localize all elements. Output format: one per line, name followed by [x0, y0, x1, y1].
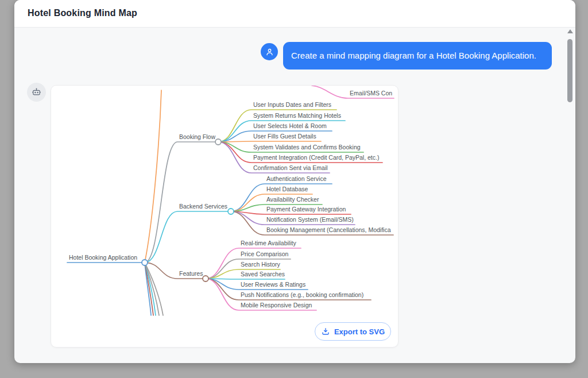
- mindmap-node-label: System Validates and Confirms Booking: [253, 144, 361, 151]
- scrollbar: [567, 28, 574, 360]
- branch-link: [145, 142, 218, 263]
- node-circle[interactable]: [228, 209, 234, 214]
- app-window: Hotel Booking Mind Map Create a mind map…: [14, 0, 575, 363]
- mindmap-node-label: Notification System (Email/SMS): [266, 216, 354, 223]
- scrollbar-thumb[interactable]: [567, 39, 572, 102]
- mindmap-node-label: Saved Searches: [241, 271, 285, 277]
- mindmap-node-label: Booking Management (Cancellations, Modif…: [266, 226, 391, 233]
- mindmap-node-label: Price Comparison: [241, 250, 289, 257]
- mindmap-node-label: Real-time Availability: [241, 240, 296, 246]
- mindmap-node-label: User Reviews & Ratings: [241, 281, 305, 288]
- node-circle[interactable]: [142, 260, 148, 265]
- clipped-branch-link: [145, 90, 161, 263]
- mindmap-node-label: User Inputs Dates and Filters: [253, 101, 331, 108]
- mindmap-node-label: Payment Gateway Integration: [266, 206, 346, 213]
- mindmap-node-label: Confirmation Sent via Email: [253, 164, 328, 171]
- mindmap-node-label: Mobile Responsive Design: [241, 302, 312, 308]
- download-icon: [321, 327, 330, 336]
- export-svg-label: Export to SVG: [334, 327, 385, 336]
- mindmap-node-label: Features: [179, 270, 203, 277]
- mindmap-node-label: Email/SMS Con: [350, 90, 392, 97]
- export-svg-button[interactable]: Export to SVG: [315, 322, 391, 341]
- user-avatar: [261, 43, 278, 60]
- mindmap-node-label: Payment Integration (Credit Card, PayPal…: [253, 154, 379, 161]
- branch-link: [145, 211, 231, 263]
- mindmap-card: Hotel Booking ApplicationBooking FlowUse…: [51, 85, 399, 348]
- node-circle[interactable]: [215, 139, 221, 145]
- assistant-avatar: [27, 83, 46, 102]
- node-link: [218, 141, 321, 142]
- mindmap-node-label: User Selects Hotel & Room: [253, 122, 327, 129]
- page-title: Hotel Booking Mind Map: [28, 8, 137, 18]
- node-circle[interactable]: [203, 276, 208, 281]
- scroll-up-arrow-icon[interactable]: [567, 29, 573, 33]
- mindmap-node-label: Availability Checker: [266, 196, 319, 203]
- mindmap-node-label: User Fills Guest Details: [253, 133, 316, 140]
- mindmap-node-label: Hotel Booking Application: [69, 254, 137, 261]
- mindmap-node-label: Backend Services: [179, 203, 227, 210]
- mindmap-node-label: System Returns Matching Hotels: [253, 112, 341, 119]
- robot-icon: [31, 87, 42, 98]
- user-message-bubble: Create a mind mapping diagram for a Hote…: [283, 42, 552, 70]
- mindmap-node-label: Booking Flow: [179, 133, 215, 140]
- mindmap-node-label: Authentication Service: [266, 175, 327, 182]
- desktop-background: { "window": { "title": "Hotel Booking Mi…: [0, 0, 588, 378]
- window-header: Hotel Booking Mind Map: [14, 0, 575, 28]
- mindmap-node-label: Push Notifications (e.g., booking confir…: [241, 291, 363, 298]
- node-link: [206, 279, 285, 279]
- mindmap-node-label: Hotel Database: [266, 186, 308, 192]
- mindmap-node-label: Search History: [241, 261, 281, 268]
- person-icon: [265, 47, 274, 57]
- mindmap-diagram: Hotel Booking ApplicationBooking FlowUse…: [51, 86, 398, 347]
